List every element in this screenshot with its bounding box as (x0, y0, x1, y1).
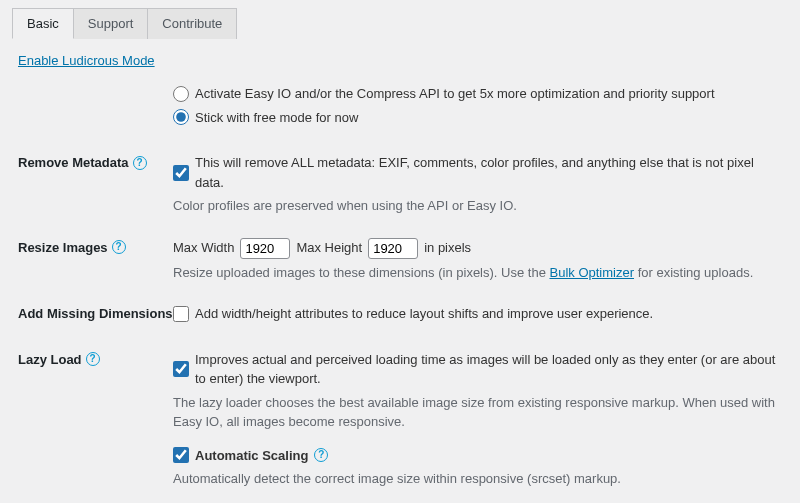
lazy-load-label: Lazy Load (18, 352, 82, 367)
free-mode-label: Stick with free mode for now (195, 108, 358, 128)
max-width-input[interactable] (240, 238, 290, 259)
auto-scaling-label: Automatic Scaling (195, 446, 308, 466)
ludicrous-mode-row: Enable Ludicrous Mode (18, 53, 800, 68)
remove-metadata-desc: Color profiles are preserved when using … (173, 196, 782, 216)
help-icon[interactable]: ? (86, 352, 100, 366)
max-height-input[interactable] (368, 238, 418, 259)
bulk-optimizer-link[interactable]: Bulk Optimizer (549, 265, 634, 280)
tab-basic[interactable]: Basic (12, 8, 74, 39)
remove-metadata-checkbox[interactable] (173, 165, 189, 181)
help-icon[interactable]: ? (133, 156, 147, 170)
remove-metadata-text: This will remove ALL metadata: EXIF, com… (195, 153, 782, 192)
settings-form: Activate Easy IO and/or the Compress API… (0, 84, 800, 503)
settings-tabs: Basic Support Contribute (12, 8, 800, 39)
add-dimensions-checkbox[interactable] (173, 306, 189, 322)
lazy-load-text: Improves actual and perceived loading ti… (195, 350, 782, 389)
help-icon[interactable]: ? (314, 448, 328, 462)
lazy-load-row: Lazy Load ? Improves actual and perceive… (18, 350, 782, 504)
add-dimensions-label: Add Missing Dimensions (18, 306, 173, 321)
auto-scaling-checkbox[interactable] (173, 447, 189, 463)
tab-support[interactable]: Support (74, 8, 149, 39)
resize-desc: Resize uploaded images to these dimensio… (173, 263, 782, 283)
free-mode-radio[interactable] (173, 109, 189, 125)
tab-contribute[interactable]: Contribute (148, 8, 237, 39)
max-width-label: Max Width (173, 238, 234, 258)
remove-metadata-label: Remove Metadata (18, 155, 129, 170)
auto-scaling-desc: Automatically detect the correct image s… (173, 469, 782, 489)
enable-ludicrous-link[interactable]: Enable Ludicrous Mode (18, 53, 155, 68)
resize-unit: in pixels (424, 238, 471, 258)
remove-metadata-row: Remove Metadata ? This will remove ALL m… (18, 153, 782, 216)
mode-select-row: Activate Easy IO and/or the Compress API… (18, 84, 782, 131)
resize-images-label: Resize Images (18, 240, 108, 255)
resize-images-row: Resize Images ? Max Width Max Height in … (18, 238, 782, 283)
add-dimensions-row: Add Missing Dimensions Add width/height … (18, 304, 782, 328)
activate-easyio-label: Activate Easy IO and/or the Compress API… (195, 84, 715, 104)
lazy-load-checkbox[interactable] (173, 361, 189, 377)
max-height-label: Max Height (296, 238, 362, 258)
help-icon[interactable]: ? (112, 240, 126, 254)
lazy-load-desc: The lazy loader chooses the best availab… (173, 393, 782, 432)
activate-easyio-radio[interactable] (173, 86, 189, 102)
add-dimensions-text: Add width/height attributes to reduce la… (195, 304, 653, 324)
